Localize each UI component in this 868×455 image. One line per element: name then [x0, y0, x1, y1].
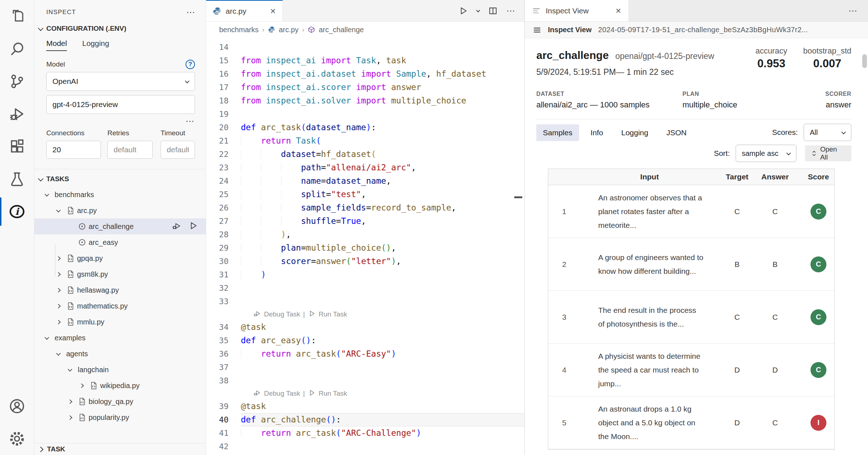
account-icon[interactable] — [0, 390, 34, 422]
run-dropdown-chevron-icon[interactable] — [476, 8, 480, 12]
scores-select[interactable]: All — [804, 124, 851, 141]
tree-item-agents[interactable]: agents — [34, 346, 206, 362]
sample-row-1[interactable]: 1An astronomer observes that a planet ro… — [548, 185, 834, 238]
scores-label: Scores: — [772, 128, 798, 137]
codelens-debug-task[interactable]: Debug Task — [264, 390, 300, 397]
tree-item-gsm8k-py[interactable]: gsm8k.py — [34, 266, 206, 282]
breadcrumb-arc-py[interactable]: arc.py — [279, 26, 298, 34]
tree-item-mathematics-py[interactable]: mathematics.py — [34, 298, 206, 314]
tree-item-biology-qa-py[interactable]: biology_qa.py — [34, 394, 206, 409]
connections-input[interactable] — [46, 141, 101, 159]
tasks-section-header[interactable]: TASKS — [34, 169, 206, 187]
codelens-run-task[interactable]: Run Task — [319, 390, 347, 397]
connections-label: Connections — [46, 129, 101, 137]
timeout-input[interactable] — [161, 141, 195, 159]
codelens-debug-task[interactable]: Debug Task — [264, 310, 300, 318]
code-line-content: path="allenai/ai2_arc", — [241, 161, 524, 174]
code-editor[interactable]: 1415from inspect_ai import Task, task16f… — [206, 38, 524, 455]
tree-item-popularity-py[interactable]: popularity.py — [34, 409, 206, 425]
log-file-name[interactable]: 2024-05-09T17-19-51_arc-challenge_beSzAz… — [598, 26, 808, 34]
sample-answer: C — [755, 418, 795, 427]
run-file-icon[interactable] — [459, 6, 468, 16]
tab-samples[interactable]: Samples — [536, 124, 579, 141]
tree-item-gpqa-py[interactable]: gpqa.py — [34, 250, 206, 266]
tree-item-wikipedia-py[interactable]: wikipedia.py — [34, 378, 206, 394]
sidebar-title: INSPECT — [46, 9, 76, 16]
configuration-section-header[interactable]: CONFIGURATION (.ENV) — [34, 19, 206, 36]
codelens-actions: Debug Task | Run Task — [206, 308, 524, 320]
breadcrumb-arc-challenge[interactable]: arc_challenge — [319, 26, 364, 34]
sample-input: A group of engineers wanted to know how … — [580, 251, 719, 278]
editor-more-icon[interactable]: ⋯ — [506, 9, 516, 13]
timeout-label: Timeout — [161, 129, 195, 137]
settings-gear-icon[interactable] — [0, 422, 34, 455]
help-icon[interactable]: ? — [186, 60, 195, 69]
tab-model[interactable]: Model — [46, 39, 67, 51]
tree-item-benchmarks[interactable]: benchmarks — [34, 187, 206, 203]
run-task-icon[interactable] — [188, 221, 198, 232]
inspect-view-panel: Inspect View ✕ ⋯ Inspect View 2024-05-09… — [524, 0, 868, 455]
source-control-icon[interactable] — [0, 65, 34, 98]
scrollbar-thumb[interactable] — [862, 54, 867, 68]
breadcrumb-separator: › — [262, 26, 264, 34]
code-line-24: 24 name=dataset_name, — [206, 174, 524, 188]
editor-tab-arc-py[interactable]: arc.py ✕ — [206, 0, 283, 21]
sample-row-5[interactable]: 5An astronaut drops a 1.0 kg object and … — [548, 396, 834, 449]
run-debug-icon[interactable] — [0, 98, 34, 130]
panel-more-icon[interactable]: ⋯ — [848, 9, 858, 13]
toolbar-title: Inspect View — [548, 26, 592, 34]
tree-item-label: examples — [55, 334, 86, 342]
inspect-view-tab[interactable]: Inspect View ✕ — [525, 0, 629, 21]
code-line-content: split="test", — [241, 188, 524, 201]
tree-item-arc-challenge[interactable]: arc_challenge — [34, 218, 206, 234]
line-number: 41 — [206, 426, 241, 440]
sample-row-2[interactable]: 2A group of engineers wanted to know how… — [548, 238, 834, 291]
tab-json[interactable]: JSON — [660, 124, 693, 141]
code-line-23: 23 path="allenai/ai2_arc", — [206, 161, 524, 174]
tab-logging[interactable]: Logging — [615, 124, 655, 141]
close-icon[interactable]: ✕ — [270, 7, 276, 16]
tree-item-langchain[interactable]: langchain — [34, 362, 206, 378]
retries-input[interactable] — [107, 141, 153, 159]
tree-item-arc-py[interactable]: arc.py — [34, 203, 206, 218]
extensions-icon[interactable] — [0, 130, 34, 163]
chevron-down-icon — [45, 193, 55, 196]
tree-item-hellaswag-py[interactable]: hellaswag.py — [34, 282, 206, 298]
model-name-input[interactable] — [46, 95, 195, 114]
tree-item-label: hellaswag.py — [77, 286, 119, 294]
tab-logging[interactable]: Logging — [82, 39, 109, 51]
sidebar-more-icon[interactable]: ⋯ — [186, 10, 196, 14]
search-icon[interactable] — [0, 33, 34, 65]
sort-select[interactable]: sample asc — [736, 145, 796, 162]
sample-row-4[interactable]: 4A physicist wants to determine the spee… — [548, 344, 834, 396]
menu-hamburger-icon[interactable] — [533, 26, 541, 34]
tree-item-arc-easy[interactable]: arc_easy — [34, 234, 206, 250]
chevron-right-icon — [38, 446, 44, 452]
debug-task-icon[interactable] — [172, 221, 181, 232]
task-section-header[interactable]: TASK — [34, 443, 206, 455]
file-code-icon — [66, 286, 77, 294]
sample-answer: C — [755, 207, 795, 216]
breadcrumb-benchmarks[interactable]: benchmarks — [219, 26, 259, 34]
tab-info[interactable]: Info — [584, 124, 610, 141]
line-number: 20 — [206, 121, 241, 134]
sample-row-3[interactable]: 3The end result in the process of photos… — [548, 291, 834, 344]
code-line-content: scorer=answer("letter"), — [241, 255, 524, 268]
config-more-icon[interactable]: ⋯ — [186, 116, 195, 126]
open-all-button[interactable]: Open All — [805, 145, 851, 161]
tree-item-examples[interactable]: examples — [34, 330, 206, 346]
inspect-icon[interactable]: i — [0, 195, 34, 228]
codelens-run-task[interactable]: Run Task — [319, 310, 347, 318]
provider-select[interactable]: OpenAI — [46, 72, 195, 91]
close-icon[interactable]: ✕ — [615, 7, 621, 15]
explorer-icon[interactable] — [0, 0, 34, 33]
tree-indent-guide — [55, 244, 55, 276]
testing-icon[interactable] — [0, 163, 34, 195]
code-line-content: @task — [241, 320, 524, 334]
code-line-18: 18from inspect_ai.solver import multiple… — [206, 94, 524, 107]
tree-item-mmlu-py[interactable]: mmlu.py — [34, 314, 206, 330]
code-line-content — [241, 440, 524, 453]
code-line-15: 15from inspect_ai import Task, task — [206, 54, 524, 67]
split-editor-icon[interactable] — [488, 6, 498, 16]
line-number: 32 — [206, 281, 241, 295]
